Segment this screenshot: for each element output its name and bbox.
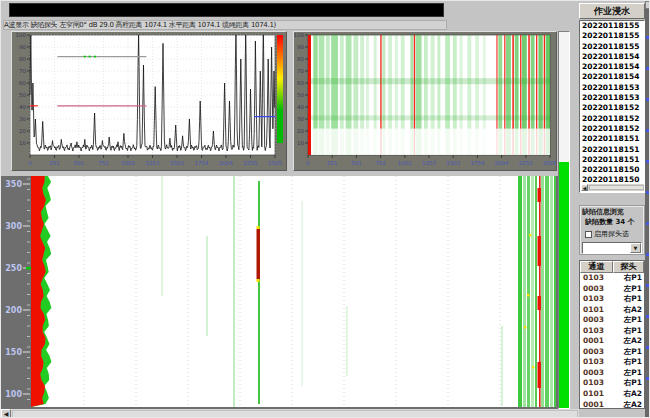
- waterfall-heatmap-chart[interactable]: 350300250200150100: [1, 176, 556, 407]
- svg-text:30: 30: [19, 116, 26, 122]
- job-list-item[interactable]: 20220118152: [580, 114, 644, 124]
- table-row[interactable]: 0103右P1: [580, 378, 644, 389]
- table-row[interactable]: 0103右P1: [580, 326, 644, 337]
- job-scroll-left-arrow-icon[interactable]: ◀: [581, 184, 588, 191]
- svg-text:2505: 2505: [543, 160, 556, 166]
- table-row[interactable]: 0103右P1: [580, 294, 644, 305]
- probe-select-combobox[interactable]: ▼: [582, 242, 642, 254]
- channel-cell: 0001: [580, 336, 614, 347]
- svg-text:30: 30: [297, 116, 304, 122]
- ascan-chart-panel[interactable]: 0251501752100212531503175420042255250510…: [11, 31, 287, 171]
- table-row[interactable]: 0103右P1: [580, 273, 644, 284]
- combobox-dropdown-icon[interactable]: ▼: [630, 243, 641, 253]
- job-list-item[interactable]: 20220118155: [580, 31, 644, 41]
- svg-text:250: 250: [5, 264, 22, 273]
- table-row[interactable]: 0003左P1: [580, 347, 644, 358]
- table-header-row: 通道 探头: [580, 261, 644, 273]
- defect-info-groupbox: 缺陷信息浏览 缺陷数量 34 个 启用探头选 ▼: [579, 205, 645, 255]
- channel-probe-table[interactable]: 通道 探头 0103右P10003左P10103右P10101右A20003左P…: [579, 260, 645, 409]
- channel-cell: 0003: [580, 347, 614, 358]
- top-display-bar: [9, 3, 444, 17]
- job-list-hscrollbar[interactable]: ◀: [581, 184, 644, 191]
- svg-text:60: 60: [19, 80, 26, 86]
- job-list-item[interactable]: 20220118151: [580, 145, 644, 155]
- table-row[interactable]: 0003左P1: [580, 284, 644, 295]
- channel-cell: 0101: [580, 305, 614, 316]
- job-list[interactable]: 2022011815520220118155202201181552022011…: [579, 20, 645, 193]
- probe-cell: 左P1: [614, 368, 642, 379]
- ascan-waveform-chart[interactable]: 0251501752100212531503175420042255250510…: [12, 32, 286, 170]
- svg-text:2255: 2255: [244, 160, 258, 166]
- scroll-left-arrow-icon[interactable]: ◀: [1, 409, 11, 418]
- svg-text:1002: 1002: [121, 160, 135, 166]
- svg-text:40: 40: [19, 104, 26, 110]
- probe-cell: 左P1: [614, 315, 642, 326]
- table-row[interactable]: 0101右A2: [580, 305, 644, 316]
- probe-cell: 右P1: [614, 326, 642, 337]
- table-header-probe[interactable]: 探头: [613, 261, 644, 273]
- right-strip-marker: [646, 346, 650, 349]
- table-row[interactable]: 0001左A2: [580, 400, 644, 409]
- channel-cell: 0101: [580, 389, 614, 400]
- svg-text:10: 10: [19, 140, 26, 146]
- svg-text:1002: 1002: [398, 160, 412, 166]
- probe-cell: 右P1: [614, 294, 642, 305]
- svg-text:100: 100: [16, 32, 27, 38]
- svg-text:1503: 1503: [170, 160, 184, 166]
- job-list-item[interactable]: 20220118154: [580, 62, 644, 72]
- svg-text:20: 20: [297, 128, 304, 134]
- table-row[interactable]: 0101右A2: [580, 389, 644, 400]
- enable-probe-checkbox[interactable]: [585, 231, 592, 238]
- svg-text:80: 80: [297, 56, 304, 62]
- svg-text:251: 251: [327, 160, 338, 166]
- right-strip-marker: [646, 36, 650, 39]
- job-list-item[interactable]: 20220118155: [580, 42, 644, 52]
- svg-text:752: 752: [375, 160, 386, 166]
- job-list-item[interactable]: 20220118152: [580, 103, 644, 113]
- combobox-value[interactable]: [583, 243, 630, 253]
- table-row[interactable]: 0003左P1: [580, 315, 644, 326]
- svg-text:350: 350: [5, 180, 22, 189]
- svg-text:150: 150: [5, 348, 22, 357]
- right-strip-top-square[interactable]: [645, 1, 650, 9]
- job-list-item[interactable]: 20220118153: [580, 83, 644, 93]
- job-list-header-button[interactable]: 作业浸水: [579, 3, 645, 19]
- defect-count-label: 缺陷数量: [585, 218, 613, 226]
- waterfall-scan-panel[interactable]: 350300250200150100: [1, 176, 558, 409]
- table-header-channel[interactable]: 通道: [580, 261, 613, 273]
- horizontal-scrollbar-track[interactable]: [12, 410, 578, 418]
- svg-text:50: 50: [19, 92, 26, 98]
- job-list-item[interactable]: 20220118154: [580, 72, 644, 82]
- job-scrollbar-track[interactable]: [589, 185, 644, 190]
- status-bar-text: A波显示 缺陷探头 左窄闸0° dB 29.0 高程距离 1074.1 水平距离…: [3, 20, 447, 30]
- job-list-item[interactable]: 20220118152: [580, 124, 644, 134]
- svg-text:10: 10: [297, 140, 304, 146]
- table-row[interactable]: 0001左A2: [580, 336, 644, 347]
- svg-text:0: 0: [306, 160, 310, 166]
- svg-text:1754: 1754: [195, 160, 209, 166]
- right-strip-marker: [646, 253, 650, 256]
- right-strip-marker: [646, 377, 650, 380]
- svg-text:60: 60: [297, 80, 304, 86]
- horizontal-scrollbar[interactable]: ◀: [1, 409, 579, 418]
- enable-probe-checkbox-label: 启用探头选: [594, 229, 629, 239]
- probe-cell: 左A2: [614, 336, 642, 347]
- job-list-item[interactable]: 20220118151: [580, 155, 644, 165]
- svg-text:100: 100: [5, 390, 22, 399]
- job-list-items: 2022011815520220118155202201181552022011…: [580, 21, 644, 186]
- job-list-item[interactable]: 20220118151: [580, 134, 644, 144]
- job-list-item[interactable]: 20220118154: [580, 52, 644, 62]
- svg-text:1253: 1253: [422, 160, 436, 166]
- svg-text:90: 90: [19, 44, 26, 50]
- job-list-item[interactable]: 20220118155: [580, 21, 644, 31]
- svg-text:2505: 2505: [268, 160, 282, 166]
- job-list-item[interactable]: 20220118150: [580, 165, 644, 175]
- probe-cell: 右A2: [614, 389, 642, 400]
- job-list-item[interactable]: 20220118153: [580, 93, 644, 103]
- bscan-chart-panel[interactable]: 0251501752100212531503175420042255250510…: [293, 31, 557, 171]
- table-row[interactable]: 0103右P1: [580, 357, 644, 368]
- bscan-heatmap-chart[interactable]: 0251501752100212531503175420042255250510…: [294, 32, 556, 170]
- table-row[interactable]: 0003左P1: [580, 368, 644, 379]
- svg-text:1253: 1253: [146, 160, 160, 166]
- svg-text:50: 50: [297, 92, 304, 98]
